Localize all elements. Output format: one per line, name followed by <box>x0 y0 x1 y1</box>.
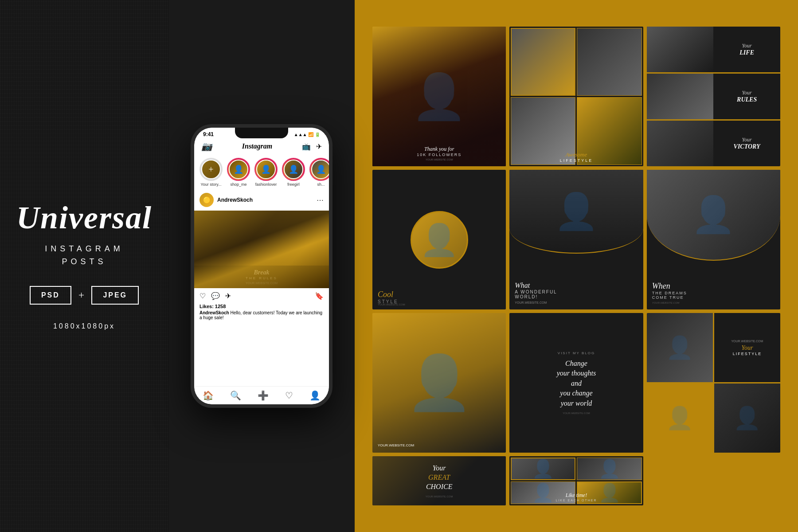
like-button[interactable]: ♡ <box>200 292 206 300</box>
story-item-shop[interactable]: 👤 shop_me <box>227 158 250 187</box>
nav-add[interactable]: ➕ <box>258 390 269 401</box>
post-more-button[interactable]: ⋯ <box>317 196 324 204</box>
card11-sub: LIKE EACH OTHER <box>509 499 643 502</box>
card11-text: Like time! LIKE EACH OTHER <box>509 492 643 502</box>
card3-life: Your LIFE <box>647 27 780 72</box>
card9-text: YOUR.WEBSITE.COM Your LIFESTYLE <box>714 313 780 382</box>
card4-sub: STYLE <box>378 299 399 304</box>
subtitle: INSTAGRAM POSTS <box>45 243 124 268</box>
card9-gold: 👤 <box>647 383 713 453</box>
subtitle-line1: INSTAGRAM <box>45 244 124 253</box>
card5-main: What <box>515 282 638 289</box>
card1-website: YOUR.WEBSITE.COM <box>378 158 501 161</box>
nav-home[interactable]: 🏠 <box>203 390 214 401</box>
card3-rules-word: RULES <box>717 96 777 103</box>
card3-your3: Your <box>717 137 777 143</box>
card3-victory: Your VICTORY <box>647 121 780 166</box>
card7-img: 👤 <box>372 313 506 453</box>
left-panel: Universal INSTAGRAM POSTS PSD + JPEG 108… <box>0 0 168 532</box>
story-label-free: freegirl <box>287 182 300 187</box>
card2-photo1 <box>511 28 575 96</box>
grid-card-5: 👤 What A WONDERFUL WORLD! YOUR.WEBSITE.C… <box>509 170 643 309</box>
card6-text: When THE DREAMS COME TRUE YOUR.WEBSITE.C… <box>652 282 775 304</box>
post-username: AndrewSkoch <box>217 197 313 203</box>
card4-circle: 👤 <box>411 211 468 269</box>
send-icon[interactable]: ✈ <box>316 142 322 151</box>
grid-card-6: 👤 When THE DREAMS COME TRUE YOUR.WEBSITE… <box>647 170 780 309</box>
card11-photo2: 👤 <box>577 458 642 480</box>
story-item-free[interactable]: 👤 freegirl <box>282 158 305 187</box>
your-story-avatar: + <box>200 158 223 181</box>
share-button[interactable]: ✈ <box>225 292 231 300</box>
card8-website: YOUR.WEBSITE.COM <box>563 412 590 415</box>
card3-your2: Your <box>717 90 777 96</box>
caption-username: AndrewSkoch <box>200 310 229 315</box>
tv-icon[interactable]: 📺 <box>302 142 311 151</box>
card4-text: Cool STYLE <box>378 290 399 304</box>
card5-sub1: A WONDERFUL <box>515 289 638 294</box>
likes-count: Likes: 1258 <box>200 304 324 309</box>
bookmark-button[interactable]: 🔖 <box>315 292 324 300</box>
story-item-fashion[interactable]: 👤 fashionlover <box>254 158 278 187</box>
card2-text: Awesome LIFESTYLE <box>509 151 643 163</box>
phone-notch <box>235 128 288 138</box>
story-label-fashion: fashionlover <box>255 182 277 187</box>
comment-button[interactable]: 💬 <box>211 292 220 300</box>
card7-website: YOUR.WEBSITE.COM <box>378 443 414 447</box>
grid-card-4: 👤 Cool STYLE YOUR.WEBSITE.COM <box>372 170 506 309</box>
dimensions-label: 1080x1080px <box>53 322 115 330</box>
grid-card-11: 👤 👤 👤 👤 Like time! LIKE EACH OTHER <box>509 456 643 505</box>
card6-main: When <box>652 282 775 291</box>
card11-main: Like time! <box>509 492 643 499</box>
card6-img: 👤 <box>647 170 780 261</box>
right-panel: 👤 Thank you for 10K FOLLOWERS YOUR.WEBSI… <box>355 0 798 532</box>
post-image: Break THE RULES YOUR.WEBSITE.COM <box>194 211 329 288</box>
post-caption: AndrewSkoch Hello, dear customers! Today… <box>200 310 324 320</box>
header-icons: 📺 ✈ <box>302 142 322 151</box>
card9-website: YOUR.WEBSITE.COM <box>731 340 763 343</box>
format-badges: PSD + JPEG <box>30 286 139 305</box>
brand-title: Universal <box>16 202 152 234</box>
story-item-yours[interactable]: + Your story... <box>200 158 223 187</box>
card9-photo1: 👤 <box>647 313 713 382</box>
story-label-yours: Your story... <box>200 182 221 187</box>
story-avatar-shop: 👤 <box>227 158 250 181</box>
card10-your: Your <box>433 464 446 472</box>
card8-change: Changeyour thoughtsandyou changeyour wor… <box>557 359 596 408</box>
grid-card-10: Your GREAT CHOICE YOUR.WEBSITE.COM <box>372 456 506 505</box>
story-label-sh: sh... <box>317 182 325 187</box>
card1-sub: 10K FOLLOWERS <box>378 153 501 157</box>
plus-sign: + <box>78 289 85 301</box>
status-time: 9:41 <box>203 131 214 137</box>
card2-photo2 <box>577 28 642 96</box>
card3-life-word: LIFE <box>717 49 777 56</box>
card6-sub1: THE DREAMS <box>652 291 775 295</box>
card8-visit: VISIT MY BLOG <box>558 351 595 355</box>
card10-choice: CHOICE <box>426 483 453 490</box>
card6-website: YOUR.WEBSITE.COM <box>652 301 775 304</box>
card10-text: Your GREAT CHOICE <box>426 464 453 491</box>
phone-mockup: 9:41 ▲▲▲ 📶 🔋 📷 Instagram 📺 ✈ + <box>191 124 332 408</box>
card9-photo2: 👤 <box>714 383 780 453</box>
grid-card-1: 👤 Thank you for 10K FOLLOWERS YOUR.WEBSI… <box>372 27 506 166</box>
post-avatar: 🟡 <box>200 193 214 207</box>
story-avatar-sh: 👤 <box>309 158 329 181</box>
nav-profile[interactable]: 👤 <box>309 390 321 401</box>
card10-great: GREAT <box>428 473 450 481</box>
stories-row: + Your story... 👤 shop_me <box>194 155 329 189</box>
card11-photo1: 👤 <box>511 458 575 480</box>
post-info: Likes: 1258 AndrewSkoch Hello, dear cust… <box>194 304 329 323</box>
phone-screen: 9:41 ▲▲▲ 📶 🔋 📷 Instagram 📺 ✈ + <box>194 128 329 404</box>
grid-card-2: Awesome LIFESTYLE <box>509 27 643 166</box>
nav-heart[interactable]: ♡ <box>285 390 293 401</box>
card6-sub2: COME TRUE <box>652 295 775 300</box>
post-header: 🟡 AndrewSkoch ⋯ <box>194 189 329 211</box>
app-logo: 📷 <box>201 141 212 152</box>
story-item-sh[interactable]: 👤 sh... <box>309 158 329 187</box>
card10-website: YOUR.WEBSITE.COM <box>426 495 453 498</box>
card9-lifestyle: LIFESTYLE <box>733 352 762 356</box>
nav-search[interactable]: 🔍 <box>230 390 241 401</box>
card4-main: Cool <box>378 290 399 299</box>
card5-website: YOUR.WEBSITE.COM <box>515 301 638 304</box>
card5-sub2: WORLD! <box>515 294 638 299</box>
